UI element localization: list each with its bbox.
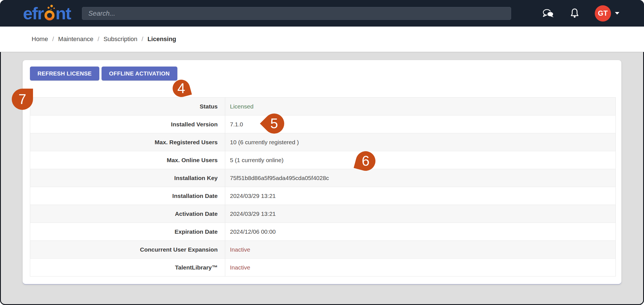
breadcrumb-separator: / bbox=[98, 36, 99, 43]
row-value: 2024/12/06 00:00 bbox=[225, 223, 616, 241]
row-label: TalentLibrary™ bbox=[30, 259, 225, 276]
row-value: Inactive bbox=[225, 259, 616, 276]
efront-logo[interactable]: efr nt bbox=[23, 5, 71, 22]
refresh-license-button[interactable]: REFRESH LICENSE bbox=[30, 67, 99, 81]
row-value: Licensed bbox=[225, 98, 616, 115]
marker-number: 5 bbox=[270, 117, 278, 131]
table-row: Status Licensed bbox=[30, 98, 616, 115]
app-window: efr nt GT bbox=[0, 0, 644, 305]
account-menu[interactable]: GT bbox=[595, 5, 619, 22]
marker-number: 4 bbox=[177, 81, 185, 95]
breadcrumb-separator: / bbox=[142, 36, 143, 43]
table-row: Activation Date 2024/03/29 13:21 bbox=[30, 205, 616, 223]
license-table: Status Licensed Installed Version 7.1.0 … bbox=[30, 97, 616, 276]
table-row: Installation Date 2024/03/29 13:21 bbox=[30, 187, 616, 205]
row-value: 2024/03/29 13:21 bbox=[225, 205, 616, 223]
row-label: Status bbox=[30, 98, 225, 115]
row-label: Concurrent User Expansion bbox=[30, 241, 225, 259]
row-label: Expiration Date bbox=[30, 223, 225, 241]
avatar[interactable]: GT bbox=[595, 5, 611, 22]
breadcrumb-link[interactable]: Subscription bbox=[104, 36, 137, 43]
logo-text-pre: efr bbox=[23, 5, 43, 22]
table-row: Max. Online Users 5 (1 currently online) bbox=[30, 151, 616, 169]
search-input[interactable] bbox=[82, 7, 511, 20]
breadcrumb-current: Licensing bbox=[147, 36, 176, 43]
table-row: Installed Version 7.1.0 bbox=[30, 115, 616, 133]
marker-number: 7 bbox=[18, 92, 26, 106]
annotation-marker-7: 7 bbox=[12, 89, 33, 110]
row-label: Max. Online Users bbox=[30, 151, 225, 169]
license-card: REFRESH LICENSE OFFLINE ACTIVATION Statu… bbox=[23, 60, 621, 284]
logo-text-post: nt bbox=[55, 5, 71, 22]
toolbar: REFRESH LICENSE OFFLINE ACTIVATION bbox=[30, 67, 616, 81]
table-row: Max. Registered Users 10 (6 currently re… bbox=[30, 133, 616, 151]
row-label: Max. Registered Users bbox=[30, 133, 225, 151]
breadcrumb-link[interactable]: Maintenance bbox=[58, 36, 93, 43]
row-value: 5 (1 currently online) bbox=[225, 151, 616, 169]
page-content: REFRESH LICENSE OFFLINE ACTIVATION Statu… bbox=[0, 60, 644, 305]
row-value: 75f51b8d86a5f95ada495cda05f4028c bbox=[225, 169, 616, 187]
row-label: Activation Date bbox=[30, 205, 225, 223]
row-label: Installation Date bbox=[30, 187, 225, 205]
table-row: Installation Key 75f51b8d86a5f95ada495cd… bbox=[30, 169, 616, 187]
row-value: Inactive bbox=[225, 241, 616, 259]
logo-flame-o-icon bbox=[44, 10, 55, 20]
chat-bubbles-icon[interactable] bbox=[542, 8, 554, 18]
breadcrumb: Home / Maintenance / Subscription / Lice… bbox=[0, 27, 644, 52]
table-row: Concurrent User Expansion Inactive bbox=[30, 241, 616, 259]
chevron-down-icon[interactable] bbox=[615, 12, 619, 15]
table-row: TalentLibrary™ Inactive bbox=[30, 259, 616, 276]
row-value: 2024/03/29 13:21 bbox=[225, 187, 616, 205]
marker-number: 6 bbox=[362, 154, 370, 168]
topbar-icons: GT bbox=[542, 5, 619, 22]
breadcrumb-separator: / bbox=[52, 36, 54, 43]
breadcrumb-link[interactable]: Home bbox=[32, 36, 48, 43]
table-row: Expiration Date 2024/12/06 00:00 bbox=[30, 223, 616, 241]
row-value: 10 (6 currently registered ) bbox=[225, 133, 616, 151]
topbar: efr nt GT bbox=[0, 0, 644, 27]
row-label: Installed Version bbox=[30, 115, 225, 133]
bell-icon[interactable] bbox=[570, 8, 579, 19]
row-label: Installation Key bbox=[30, 169, 225, 187]
offline-activation-button[interactable]: OFFLINE ACTIVATION bbox=[102, 67, 177, 81]
